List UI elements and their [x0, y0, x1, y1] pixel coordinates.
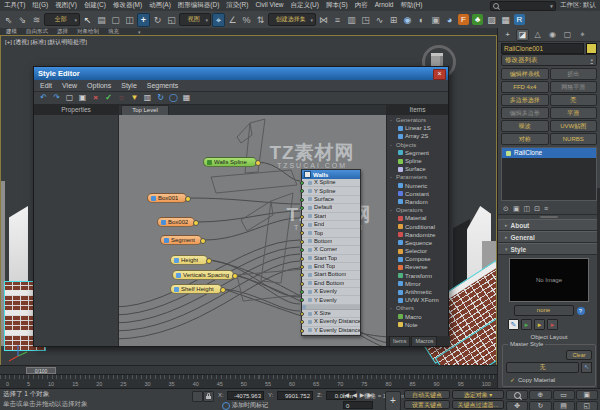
viewport-nav-icon[interactable]: ▭: [553, 390, 575, 400]
time-slider-handle[interactable]: 0/100: [26, 367, 56, 374]
toolbar-icon[interactable]: ◱: [165, 13, 178, 27]
graph-node[interactable]: Segment: [160, 235, 202, 245]
toolbar-icon[interactable]: F: [457, 13, 470, 27]
style-editor-tool-icon[interactable]: ▣: [77, 92, 88, 104]
items-list-row[interactable]: Array 2S: [387, 132, 448, 140]
workspace-selector[interactable]: 工作区: 默认: [560, 1, 596, 10]
items-list-row[interactable]: Mirror: [387, 280, 448, 288]
x-coordinate-field[interactable]: -4075.963: [227, 391, 264, 400]
style-editor-tool-icon[interactable]: ×: [90, 92, 101, 104]
toolbar-icon[interactable]: +: [137, 13, 150, 27]
toolbar-icon[interactable]: ▤: [95, 13, 108, 27]
modifier-button[interactable]: 网格平滑: [550, 81, 598, 93]
style-editor-menu-item[interactable]: Options: [87, 82, 111, 89]
playback-icon[interactable]: ▶: [360, 391, 365, 398]
generator-input-slot[interactable]: X Size: [302, 310, 360, 318]
rollout-style[interactable]: Style: [498, 243, 600, 255]
items-list-row[interactable]: Generators: [387, 116, 448, 124]
items-list-row[interactable]: Linear 1S: [387, 124, 448, 132]
graph-node[interactable]: Box001: [147, 193, 187, 203]
viewport-nav-icon[interactable]: ◱: [576, 401, 598, 410]
library-action-icon[interactable]: ✎: [508, 319, 519, 330]
stack-entry-railclone[interactable]: RailClone: [502, 148, 596, 158]
menu-item[interactable]: 渲染(R): [226, 1, 248, 10]
items-list-row[interactable]: UVW XForm: [387, 296, 448, 304]
ribbon-tab[interactable]: 选择: [57, 28, 68, 35]
menu-item[interactable]: 修改器(M): [113, 1, 142, 10]
toolbar-icon[interactable]: 全部 ▾: [44, 13, 80, 26]
items-list-row[interactable]: Others: [387, 304, 448, 312]
current-frame-field[interactable]: 0: [343, 401, 373, 409]
command-panel-tab-icon[interactable]: ◪: [516, 29, 529, 41]
menu-item[interactable]: 组(G): [32, 1, 48, 10]
modifier-button[interactable]: 壳: [550, 94, 598, 106]
items-list-row[interactable]: Parameters: [387, 173, 448, 181]
items-list-row[interactable]: Arithmetic: [387, 288, 448, 296]
items-list-row[interactable]: Segment: [387, 149, 448, 157]
modifier-button[interactable]: 平滑: [550, 107, 598, 119]
node-output-socket[interactable]: [255, 160, 261, 166]
toolbar-icon[interactable]: 创建选择集 ▾: [268, 13, 316, 26]
generator-node[interactable]: Walls X Spline Y Spline: [301, 169, 361, 336]
rollout-about[interactable]: About: [498, 219, 600, 231]
selected-dropdown[interactable]: 选定对象 ▾: [452, 390, 504, 399]
items-list-row[interactable]: Random: [387, 198, 448, 206]
items-panel-tab[interactable]: Macros: [411, 336, 437, 346]
track-bar[interactable]: 0510152025303540455055606570758085909510…: [0, 374, 497, 388]
generator-input-slot[interactable]: X Evenly: [302, 288, 360, 296]
items-list-row[interactable]: Constant: [387, 190, 448, 198]
node-output-socket[interactable]: [220, 287, 226, 293]
modifier-button[interactable]: 对称: [501, 133, 549, 145]
ribbon-tab[interactable]: 建模: [6, 28, 17, 35]
toolbar-icon[interactable]: ↖: [81, 13, 94, 27]
generator-input-slot[interactable]: Y Evenly Distance: [302, 327, 360, 335]
generator-input-slot[interactable]: End: [302, 221, 360, 229]
menu-item[interactable]: 脚本(S): [326, 1, 348, 10]
modifier-button[interactable]: NURBS: [550, 133, 598, 145]
modifier-button[interactable]: FFD 4x4: [501, 81, 549, 93]
items-panel-header[interactable]: Items: [387, 105, 448, 115]
generator-input-slot[interactable]: Start: [302, 213, 360, 221]
rollout-general[interactable]: General: [498, 231, 600, 243]
style-editor-tool-icon[interactable]: ◌: [116, 92, 127, 104]
toolbar-icon[interactable]: ◳: [359, 13, 372, 27]
toolbar-icon[interactable]: ≡: [331, 13, 344, 27]
generator-input-slot[interactable]: Top: [302, 229, 360, 237]
viewport-label[interactable]: [+] [透视] [标准] [默认明暗处理]: [5, 38, 87, 47]
master-style-pick-button[interactable]: 无: [506, 362, 579, 373]
items-list-row[interactable]: Randomize: [387, 231, 448, 239]
toolbar-icon[interactable]: ⇘: [16, 13, 29, 27]
menu-item[interactable]: 工具(T): [4, 1, 25, 10]
stack-tool-icon[interactable]: ≡: [544, 205, 548, 212]
command-panel-tab-icon[interactable]: △: [531, 29, 544, 41]
y-coordinate-field[interactable]: 9901.752: [277, 391, 313, 400]
style-editor-tool-icon[interactable]: ↻: [155, 92, 166, 104]
generator-input-slot[interactable]: Y Spline: [302, 187, 360, 195]
items-list-row[interactable]: Sequence: [387, 239, 448, 247]
toolbar-icon[interactable]: ∠: [226, 13, 239, 27]
generator-input-slot[interactable]: Y Evenly: [302, 296, 360, 304]
node-output-socket[interactable]: [185, 196, 191, 202]
stack-tool-icon[interactable]: ◫: [524, 205, 531, 213]
graph-node[interactable]: Walls Spline: [203, 157, 257, 167]
toolbar-icon[interactable]: 视图 ▾: [179, 13, 211, 26]
stack-tool-icon[interactable]: ⊙: [503, 205, 509, 213]
toolbar-icon[interactable]: ◉: [401, 13, 414, 27]
items-list-row[interactable]: Operators: [387, 206, 448, 214]
viewport-nav-icon[interactable]: ▤: [553, 401, 575, 410]
toolbar-icon[interactable]: ◕: [443, 13, 456, 27]
graph-node[interactable]: Box002: [157, 217, 195, 227]
viewport-nav-icon[interactable]: ↻: [529, 401, 551, 410]
generator-input-slot[interactable]: Default: [302, 204, 360, 212]
items-list-row[interactable]: Surface: [387, 165, 448, 173]
toolbar-icon[interactable]: ▢: [109, 13, 122, 27]
toolbar-icon[interactable]: ⋈: [317, 13, 330, 27]
toolbar-icon[interactable]: ♣: [471, 13, 484, 27]
style-editor-menu-item[interactable]: View: [62, 82, 77, 89]
style-editor-menu-item[interactable]: Segments: [147, 82, 179, 89]
items-list-row[interactable]: Compose: [387, 255, 448, 263]
viewport-nav-icon[interactable]: ▣: [576, 390, 598, 400]
help-icon[interactable]: ?: [577, 307, 585, 315]
items-list-row[interactable]: Transform: [387, 272, 448, 280]
menu-item[interactable]: 内容: [355, 1, 368, 10]
